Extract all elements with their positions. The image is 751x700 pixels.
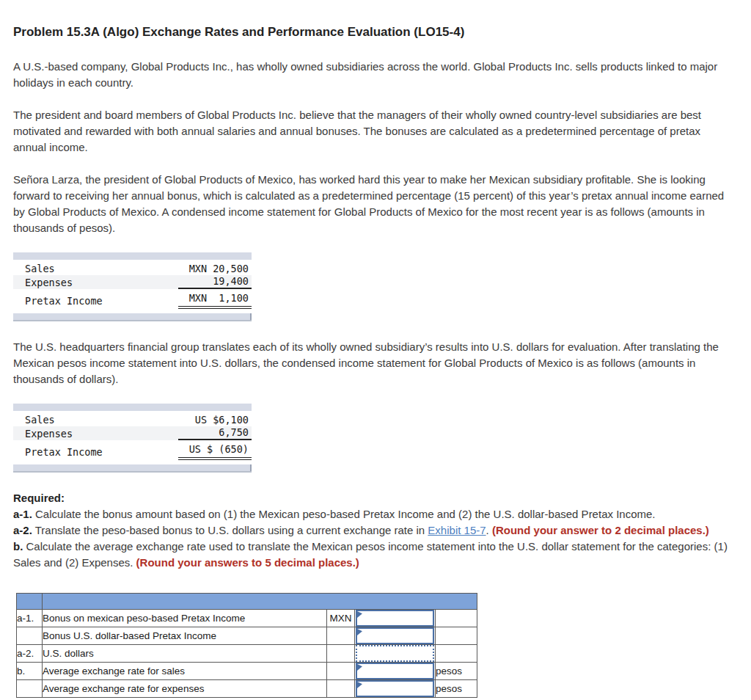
input-bonus-peso[interactable] — [356, 610, 434, 627]
answer-row-usd-dollars: a-2. U.S. dollars — [17, 645, 477, 663]
input-usd-dollars[interactable] — [356, 645, 434, 662]
answer-table-header-row — [17, 594, 477, 610]
requirement-a2-rounding-note: (Round your answer to 2 decimal places.) — [492, 524, 709, 536]
row-value: MXN 20,500 — [178, 263, 252, 275]
statement-header-bar — [13, 252, 252, 260]
row-prefix — [327, 627, 355, 645]
row-description: Bonus U.S. dollar-based Pretax Income — [43, 627, 327, 645]
row-value: MXN 1,100 — [178, 292, 252, 309]
statement-row-sales: Sales US $6,100 — [13, 414, 252, 426]
row-suffix: pesos — [436, 680, 477, 698]
row-label: Pretax Income — [13, 295, 178, 309]
row-description: Average exchange rate for sales — [43, 663, 327, 680]
row-prefix — [327, 680, 355, 698]
row-value: US $6,100 — [178, 414, 252, 426]
requirement-a2-text: Translate the peso-based bonus to U.S. d… — [32, 524, 428, 536]
statement-header-bar — [13, 404, 252, 411]
requirement-a1-text: Calculate the bonus amount based on (1) … — [32, 508, 656, 520]
row-description: U.S. dollars — [43, 645, 327, 663]
bonus-policy-paragraph: The president and board members of Globa… — [13, 107, 736, 156]
row-suffix — [436, 610, 477, 627]
required-heading: Required: — [13, 490, 736, 506]
input-rate-sales[interactable] — [356, 663, 434, 679]
answer-table: a-1. Bonus on mexican peso-based Pretax … — [16, 593, 477, 698]
statement-footer-bar — [13, 313, 252, 320]
requirement-a1: a-1. Calculate the bonus amount based on… — [13, 506, 736, 522]
income-statement-mxn: Sales MXN 20,500 Expenses 19,400 Pretax … — [13, 252, 252, 320]
row-label: Sales — [13, 414, 178, 426]
row-number — [17, 680, 43, 698]
intro-paragraph: A U.S.-based company, Global Products In… — [13, 59, 736, 91]
requirement-b-rounding-note: (Round your answers to 5 decimal places.… — [136, 556, 359, 569]
row-description: Average exchange rate for expenses — [43, 680, 327, 698]
answer-row-bonus-peso: a-1. Bonus on mexican peso-based Pretax … — [17, 610, 477, 627]
statement-row-sales: Sales MXN 20,500 — [13, 263, 252, 275]
answer-row-rate-expenses: Average exchange rate for expenses pesos — [17, 680, 477, 698]
row-description: Bonus on mexican peso-based Pretax Incom… — [43, 610, 327, 627]
translation-paragraph: The U.S. headquarters financial group tr… — [13, 339, 736, 387]
statement-row-pretax-income: Pretax Income US $ (650) — [13, 443, 252, 460]
requirement-a2-period: . — [486, 524, 492, 536]
requirement-a1-label: a-1. — [13, 508, 32, 520]
input-bonus-usd[interactable] — [356, 627, 434, 644]
row-prefix — [327, 645, 355, 663]
row-suffix: pesos — [436, 663, 477, 680]
required-section: Required: a-1. Calculate the bonus amoun… — [13, 490, 736, 571]
row-label: Pretax Income — [13, 446, 178, 460]
row-value: 19,400 — [178, 275, 252, 289]
requirement-a2-label: a-2. — [13, 524, 32, 536]
row-suffix — [436, 645, 477, 663]
row-number: a-2. — [17, 645, 43, 663]
statement-footer-bar — [13, 464, 252, 471]
statement-row-expenses: Expenses 19,400 — [13, 275, 252, 289]
statement-row-pretax-income: Pretax Income MXN 1,100 — [13, 292, 252, 309]
answer-table-container: a-1. Bonus on mexican peso-based Pretax … — [16, 593, 736, 698]
answer-row-bonus-usd: Bonus U.S. dollar-based Pretax Income — [17, 627, 477, 645]
requirement-a2: a-2. Translate the peso-based bonus to U… — [13, 522, 736, 539]
statement-row-expenses: Expenses 6,750 — [13, 426, 252, 440]
row-prefix: MXN — [327, 610, 355, 627]
problem-title: Problem 15.3A (Algo) Exchange Rates and … — [13, 25, 736, 40]
row-number: b. — [17, 663, 43, 680]
row-label: Sales — [13, 263, 178, 275]
income-statement-usd: Sales US $6,100 Expenses 6,750 Pretax In… — [13, 404, 252, 471]
exhibit-15-7-link[interactable]: Exhibit 15-7 — [428, 524, 486, 536]
row-label: Expenses — [13, 277, 178, 289]
row-value: US $ (650) — [178, 443, 252, 460]
header-cell-blank — [17, 594, 43, 610]
input-rate-expenses[interactable] — [356, 680, 434, 697]
row-suffix — [436, 627, 477, 645]
row-number: a-1. — [17, 610, 43, 627]
senora-larza-paragraph: Señora Larza, the president of Global Pr… — [13, 172, 736, 236]
answer-row-rate-sales: b. Average exchange rate for sales pesos — [17, 663, 477, 680]
requirement-b: b. Calculate the average exchange rate u… — [13, 539, 736, 571]
requirement-b-label: b. — [13, 540, 23, 553]
requirement-b-text: Calculate the average exchange rate used… — [13, 540, 728, 569]
row-value: 6,750 — [178, 426, 252, 440]
header-cell-span — [43, 594, 477, 610]
row-label: Expenses — [13, 428, 178, 440]
assignment-page: Problem 15.3A (Algo) Exchange Rates and … — [0, 0, 751, 698]
row-prefix — [327, 663, 355, 680]
row-number — [17, 627, 43, 645]
